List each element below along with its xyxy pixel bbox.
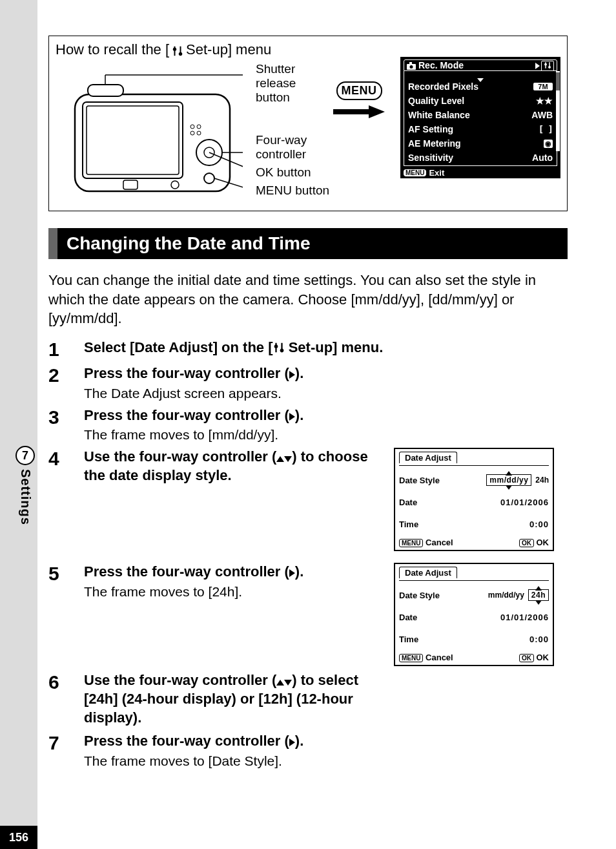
da-time-value: 0:00	[529, 634, 549, 644]
rec-row: Recorded Pixels7M	[408, 80, 553, 93]
ok-label: OK	[537, 538, 549, 547]
svg-rect-3	[88, 85, 123, 96]
chapter-number: 7	[15, 446, 35, 465]
step-number: 5	[48, 563, 84, 583]
da-date-label: Date	[399, 613, 417, 622]
triangle-up-icon	[276, 680, 284, 686]
exit-label: Exit	[429, 168, 444, 178]
step-title: Press the four-way controller ().	[84, 406, 568, 425]
step-title: Press the four-way controller ().	[84, 732, 568, 751]
da-time-label: Time	[399, 519, 418, 529]
step-number: 7	[48, 732, 84, 753]
da-style-label: Date Style	[399, 476, 440, 485]
left-margin-bar	[0, 0, 37, 849]
triangle-right-icon	[535, 63, 540, 69]
rec-mode-footer: MENU Exit	[404, 168, 557, 178]
triangle-right-icon	[289, 739, 295, 746]
rec-label: Sensitivity	[408, 152, 453, 163]
da-style-label: Date Style	[399, 591, 440, 600]
ok-pill: OK	[519, 539, 534, 547]
step-7: 7 Press the four-way controller (). The …	[48, 732, 568, 769]
rec-row: Quality Level★★	[408, 94, 553, 107]
svg-rect-20	[409, 62, 412, 65]
triangle-down-icon	[284, 456, 292, 462]
da-time-value: 0:00	[529, 519, 549, 529]
step-1: 1 Select [Date Adjust] on the [ Set-up] …	[48, 339, 568, 359]
rec-row: AE Metering◉	[408, 137, 553, 150]
rec-mode-header: Rec. Mode	[404, 59, 557, 71]
rec-value: [ ]	[539, 124, 553, 134]
rec-row: AF Setting[ ]	[408, 123, 553, 136]
page-number: 156	[0, 826, 37, 849]
da-header: Date Adjust	[399, 567, 457, 578]
label-menu: MENU button	[256, 183, 329, 198]
rec-row: SensitivityAuto	[408, 151, 553, 164]
setup-icon	[273, 340, 285, 351]
step-title: Select [Date Adjust] on the [ Set-up] me…	[84, 339, 568, 357]
menu-button-label: MENU	[336, 81, 382, 100]
intro-text: You can change the initial date and time…	[48, 271, 568, 328]
rec-value: Auto	[532, 152, 553, 163]
text: Select [Date Adjust] on the [	[84, 339, 273, 355]
rec-label: AF Setting	[408, 124, 453, 134]
step-number: 3	[48, 406, 84, 427]
camera-icon	[407, 61, 416, 69]
step-title: Use the four-way controller () to select…	[84, 671, 387, 727]
da-header: Date Adjust	[399, 452, 457, 463]
da-hour-format: 24h	[528, 589, 549, 601]
metering-icon: ◉	[544, 140, 553, 148]
cancel-label: Cancel	[426, 653, 453, 662]
triangle-right-icon	[289, 569, 295, 577]
step-number: 6	[48, 671, 84, 692]
step-title: Press the four-way controller ().	[84, 364, 568, 383]
setup-icon	[172, 44, 183, 56]
recall-title-prefix: How to recall the [	[56, 41, 169, 58]
rec-value: AWB	[531, 110, 553, 120]
label-shutter: Shutter release button	[256, 62, 314, 105]
rec-mode-title: Rec. Mode	[418, 60, 464, 70]
step-6: 6 Use the four-way controller () to sele…	[48, 671, 568, 727]
section-heading: Changing the Date and Time	[48, 228, 568, 259]
menu-graphic: MENU	[327, 81, 391, 121]
da-hour: 24h	[535, 476, 549, 485]
step-number: 2	[48, 364, 84, 385]
da-format: mm/dd/yy	[488, 591, 524, 600]
rec-row: White BalanceAWB	[408, 109, 553, 121]
step-number: 1	[48, 339, 84, 359]
step-desc: The Date Adjust screen appears.	[84, 386, 568, 401]
triangle-right-icon	[289, 413, 295, 421]
rec-label: White Balance	[408, 110, 470, 120]
ok-pill: OK	[519, 654, 534, 662]
step-desc: The frame moves to [Date Style].	[84, 753, 568, 769]
label-fourway: Four-way controller	[256, 133, 320, 162]
cancel-label: Cancel	[426, 538, 453, 547]
triangle-down-icon	[284, 680, 292, 686]
triangle-up-icon	[276, 456, 284, 462]
chapter-tab: 7 Settings	[15, 446, 35, 525]
recall-menu-box: How to recall the [ Set-up] menu	[48, 36, 568, 211]
triangle-right-icon	[289, 371, 295, 379]
svg-marker-18	[333, 105, 385, 118]
rec-mode-screen: Rec. Mode Recorded Pixels7M Quality Leve…	[400, 57, 560, 178]
rec-value: 7M	[533, 83, 553, 90]
menu-pill: MENU	[399, 539, 423, 547]
step-desc: The frame moves to [mm/dd/yy].	[84, 427, 568, 443]
step-4: 4 Use the four-way controller () to choo…	[48, 448, 568, 558]
recall-title-suffix: Set-up] menu	[186, 41, 271, 58]
da-date-label: Date	[399, 498, 417, 507]
menu-pill: MENU	[399, 654, 423, 662]
step-title: Press the four-way controller ().	[84, 563, 387, 582]
svg-point-21	[410, 65, 413, 68]
scrollbar	[556, 71, 560, 151]
step-number: 4	[48, 448, 84, 468]
date-adjust-screen-1: Date Adjust Date Style mm/dd/yy 24h	[394, 448, 554, 551]
step-title: Use the four-way controller () to choose…	[84, 448, 387, 485]
recall-title: How to recall the [ Set-up] menu	[56, 41, 560, 58]
step-desc: The frame moves to [24h].	[84, 584, 387, 600]
rec-label: Quality Level	[408, 96, 464, 106]
rec-label: Recorded Pixels	[408, 81, 478, 92]
rec-label: AE Metering	[408, 138, 461, 149]
da-style-format: mm/dd/yy	[486, 474, 531, 486]
label-ok: OK button	[256, 165, 311, 180]
chapter-label: Settings	[18, 469, 33, 525]
